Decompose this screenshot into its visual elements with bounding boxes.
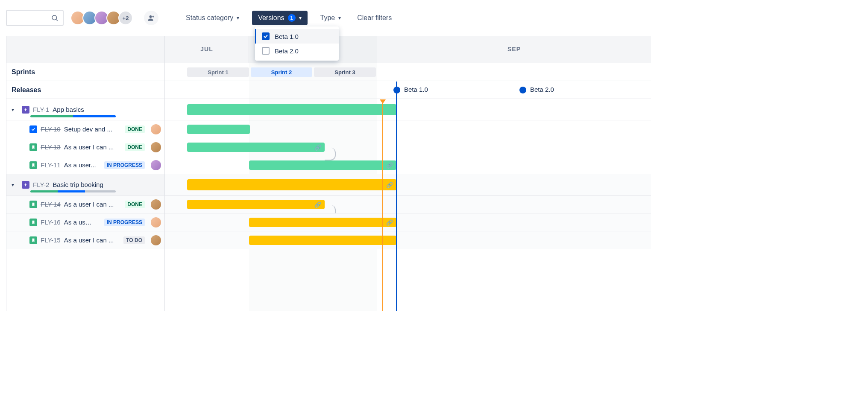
timeline-bar[interactable]: 🔗: [187, 200, 325, 209]
status-badge: DONE: [125, 125, 145, 133]
release-label: Beta 2.0: [530, 86, 554, 93]
sprint-pill[interactable]: Sprint 1: [187, 67, 249, 77]
assignee-avatar[interactable]: [151, 124, 161, 134]
epic-icon: [22, 106, 29, 114]
issue-key: FLY-14: [41, 201, 61, 208]
assignee-avatar[interactable]: [151, 217, 161, 227]
story-icon: [29, 219, 37, 226]
issue-summary: Basic trip booking: [53, 181, 103, 188]
timeline-header-blank: [6, 36, 164, 63]
issue-key: FLY-2: [33, 181, 49, 188]
link-icon: 🔗: [314, 201, 321, 208]
add-user-button[interactable]: [144, 11, 158, 25]
epic-icon: [22, 181, 29, 189]
version-option[interactable]: Beta 1.0: [255, 29, 339, 44]
status-badge: DONE: [125, 201, 145, 208]
issue-key: FLY-11: [41, 161, 61, 169]
epic-row[interactable]: ▾ FLY-1 App basics: [6, 99, 164, 120]
epic-progress-bar: [30, 190, 116, 192]
option-label: Beta 1.0: [275, 33, 299, 40]
timeline-bar[interactable]: 🔗: [187, 179, 396, 190]
status-badge: DONE: [125, 143, 145, 151]
issue-key: FLY-13: [41, 143, 61, 151]
svg-point-0: [52, 15, 57, 20]
filter-count-badge: 1: [288, 14, 296, 22]
avatar-overflow[interactable]: +2: [118, 11, 133, 25]
issue-row[interactable]: FLY-14 As a user I can ... DONE: [6, 195, 164, 213]
issue-summary: App basics: [53, 106, 84, 113]
assignee-avatar[interactable]: [151, 199, 161, 210]
assignee-avatar[interactable]: [151, 160, 161, 170]
sprint-pill[interactable]: Sprint 2: [251, 67, 312, 77]
epic-timeline-row: 🔗: [165, 174, 651, 195]
epic-row[interactable]: ▾ FLY-2 Basic trip booking: [6, 174, 164, 195]
task-icon: [29, 125, 37, 133]
release-marker[interactable]: [519, 87, 526, 93]
clear-filters-button[interactable]: Clear filters: [357, 14, 392, 22]
issue-summary: As a user I can ...: [64, 201, 114, 208]
issue-row[interactable]: FLY-11 As a user... IN PROGRESS: [6, 156, 164, 174]
story-icon: [29, 143, 37, 151]
checkbox-icon: [262, 32, 270, 40]
issue-row[interactable]: FLY-10 Setup dev and ... DONE: [6, 120, 164, 138]
issue-row[interactable]: FLY-15 As a user I can ... TO DO: [6, 231, 164, 249]
releases-row-label: Releases: [6, 81, 164, 99]
status-badge: IN PROGRESS: [104, 219, 145, 226]
version-option[interactable]: Beta 2.0: [255, 44, 339, 58]
link-icon: 🔗: [386, 182, 393, 188]
issue-timeline-row: 🔗: [165, 213, 651, 231]
epic-progress-bar: [30, 115, 116, 117]
assignee-avatar[interactable]: [151, 235, 161, 245]
chevron-down-icon: ▾: [299, 15, 302, 21]
story-icon: [29, 161, 37, 169]
svg-line-1: [56, 19, 57, 20]
issue-row[interactable]: FLY-16 As a use... IN PROGRESS: [6, 213, 164, 231]
issue-summary: As a use...: [64, 219, 94, 226]
issue-summary: Setup dev and ...: [64, 125, 112, 133]
timeline-bar[interactable]: [187, 104, 396, 115]
versions-filter[interactable]: Versions 1 ▾: [252, 11, 307, 25]
status-category-filter[interactable]: Status category ▾: [180, 11, 245, 25]
search-input[interactable]: [6, 10, 64, 26]
search-icon: [51, 14, 59, 22]
timeline-bar[interactable]: 🔗: [249, 160, 396, 170]
timeline-bar[interactable]: [187, 125, 250, 134]
status-badge: TO DO: [123, 236, 145, 244]
filter-label: Versions: [258, 14, 284, 22]
expand-toggle[interactable]: ▾: [12, 107, 18, 113]
issue-key: FLY-16: [41, 219, 61, 226]
issue-timeline-row: 🔗: [165, 138, 651, 156]
link-icon: 🔗: [386, 162, 393, 169]
epic-timeline-row: [165, 99, 651, 120]
issue-row[interactable]: FLY-13 As a user I can ... DONE: [6, 138, 164, 156]
expand-toggle[interactable]: ▾: [12, 182, 18, 188]
filter-label: Type: [320, 14, 335, 22]
issue-timeline-row: 🔗: [165, 195, 651, 213]
link-icon: 🔗: [314, 144, 321, 151]
timeline-bar[interactable]: [249, 236, 396, 245]
sprints-row-label: Sprints: [6, 63, 164, 81]
checkbox-icon: [262, 47, 270, 55]
link-icon: 🔗: [386, 219, 393, 226]
release-line: [396, 82, 397, 311]
issue-key: FLY-10: [41, 125, 61, 133]
issue-timeline-row: [165, 120, 651, 138]
issue-timeline-row: [165, 231, 651, 249]
assignee-avatars[interactable]: +2: [70, 11, 133, 25]
add-user-icon: [147, 14, 155, 22]
today-line: [382, 101, 383, 311]
issue-summary: As a user I can ...: [64, 143, 114, 151]
timeline-months-header: JUL AUG SEP: [165, 36, 651, 63]
svg-point-2: [150, 15, 152, 18]
month-label: JUL: [165, 36, 249, 63]
issue-timeline-row: 🔗: [165, 156, 651, 174]
timeline-bar[interactable]: 🔗: [187, 143, 325, 152]
sprint-pill[interactable]: Sprint 3: [314, 67, 376, 77]
type-filter[interactable]: Type ▾: [314, 11, 347, 25]
versions-dropdown: Beta 1.0 Beta 2.0: [255, 26, 339, 61]
assignee-avatar[interactable]: [151, 142, 161, 152]
sprints-timeline-row: Sprint 1 Sprint 2 Sprint 3: [165, 63, 651, 81]
timeline-bar[interactable]: 🔗: [249, 218, 396, 227]
issue-summary: As a user...: [64, 161, 96, 169]
chevron-down-icon: ▾: [237, 15, 239, 21]
